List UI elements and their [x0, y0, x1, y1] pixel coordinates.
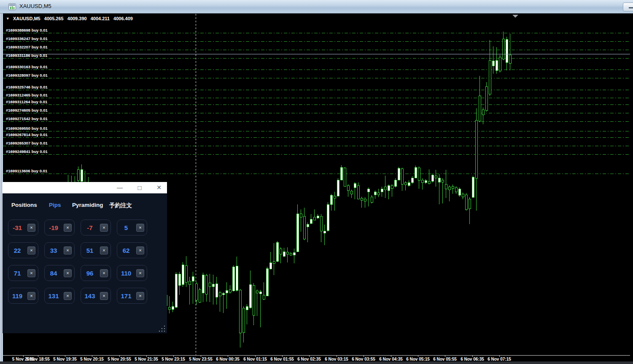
chip-close-button[interactable]: ×	[100, 269, 108, 277]
candle-body	[276, 242, 278, 261]
candle-body	[337, 180, 339, 196]
candle-body	[296, 214, 299, 252]
position-label: #1699271542 buy 0.01	[6, 116, 48, 121]
candle-body	[310, 219, 312, 223]
chip-close-button[interactable]: ×	[27, 246, 35, 254]
panel-minimize-button[interactable]: —	[113, 183, 126, 193]
pip-chip[interactable]: -19×	[44, 219, 75, 236]
tab-reserved-orders[interactable]: 予約注文	[109, 202, 132, 209]
pip-chip[interactable]: 96×	[81, 265, 111, 281]
candle-body	[445, 184, 447, 189]
time-axis-label: 5 Nov 21:35	[135, 357, 158, 361]
position-label: #1699249841 buy 0.01	[6, 149, 48, 154]
time-axis-label: 5 Nov 23:15	[162, 357, 185, 361]
candle-body	[259, 292, 261, 294]
pip-chip[interactable]: 5×	[117, 219, 147, 236]
candle-body	[415, 167, 417, 178]
candle-body	[418, 168, 420, 180]
pip-value: 22	[8, 243, 26, 259]
panel-maximize-button[interactable]: □	[133, 183, 146, 193]
pip-chip[interactable]: 62×	[117, 242, 147, 258]
chip-close-button[interactable]: ×	[136, 269, 144, 277]
chip-close-button[interactable]: ×	[136, 292, 144, 300]
chip-close-button[interactable]: ×	[64, 292, 72, 300]
candle-body	[350, 191, 353, 194]
candle-body	[313, 217, 315, 220]
candle-body	[246, 306, 248, 310]
chip-close-button[interactable]: ×	[64, 224, 72, 232]
candle-body	[502, 39, 504, 59]
window-title: XAUUSD,M5	[19, 3, 51, 9]
candle-body	[307, 224, 309, 227]
chip-close-button[interactable]: ×	[64, 246, 72, 254]
time-axis-label: 6 Nov 06:35	[461, 357, 484, 361]
tab-positions[interactable]: Positions	[11, 202, 37, 208]
pip-chip[interactable]: 71×	[8, 265, 38, 281]
candle-body	[77, 169, 79, 180]
candle-body	[404, 182, 407, 185]
chip-close-button[interactable]: ×	[100, 246, 108, 254]
candle-body	[462, 194, 464, 197]
pip-chip[interactable]: 110×	[117, 265, 147, 281]
pip-chip[interactable]: 143×	[81, 288, 111, 304]
pip-chip[interactable]: -31×	[8, 219, 38, 236]
pip-chip[interactable]: 131×	[44, 288, 75, 304]
candle-body	[286, 252, 288, 254]
position-label: #1699265307 buy 0.01	[6, 141, 48, 145]
candle-body	[384, 187, 386, 190]
position-label: #1699325746 buy 0.01	[6, 85, 48, 89]
chip-close-button[interactable]: ×	[100, 224, 108, 232]
pip-chip[interactable]: 51×	[81, 242, 111, 258]
candle-body	[300, 214, 302, 217]
chip-close-button[interactable]: ×	[136, 224, 144, 232]
panel-resize-grip[interactable]	[159, 326, 165, 332]
candle-body	[226, 290, 228, 293]
chip-close-button[interactable]: ×	[100, 292, 108, 300]
panel-close-button[interactable]: ✕	[153, 183, 165, 193]
pip-chip[interactable]: 171×	[117, 288, 147, 304]
pips-panel: — □ ✕ Positions Pips Pyramiding 予約注文 -31…	[3, 182, 167, 333]
candle-body	[229, 289, 231, 292]
candle-body	[334, 196, 336, 198]
candle-body	[192, 276, 194, 281]
candle-body	[293, 252, 295, 255]
pip-chip[interactable]: 84×	[44, 265, 75, 281]
candle-body	[242, 308, 245, 332]
pips-panel-titlebar[interactable]: — □ ✕	[3, 182, 167, 193]
time-axis-label: 5 Nov 23:55	[189, 357, 213, 361]
position-label: #1699267814 buy 0.01	[6, 132, 48, 137]
chip-close-button[interactable]: ×	[136, 246, 144, 254]
candle-body	[496, 60, 498, 70]
chip-close-button[interactable]: ×	[27, 224, 35, 232]
position-label: #1699388698 buy 0.01	[6, 28, 48, 32]
candle-body	[485, 86, 488, 110]
candle-body	[357, 185, 359, 199]
mt4-chart-window: #1699388698 buy 0.01#1699336247 buy 0.01…	[0, 0, 633, 364]
candle-body	[280, 249, 282, 254]
chip-close-button[interactable]: ×	[64, 269, 72, 277]
tab-pyramiding[interactable]: Pyramiding	[72, 202, 103, 208]
chart-shift-marker-icon	[512, 15, 518, 18]
candle-body	[408, 182, 410, 185]
pip-value: 33	[45, 243, 62, 259]
time-axis-label: 6 Nov 07:15	[488, 357, 511, 361]
candle-body	[219, 292, 221, 296]
pip-chip[interactable]: 119×	[8, 288, 38, 304]
candle-body	[361, 198, 363, 200]
candle-body	[320, 216, 322, 231]
window-titlebar[interactable]: XAUUSD,M5	[0, 0, 633, 13]
tab-pips[interactable]: Pips	[49, 202, 61, 208]
candle-body	[212, 284, 214, 286]
chip-close-button[interactable]: ×	[27, 269, 35, 277]
pip-chip[interactable]: 22×	[8, 242, 38, 258]
window-minimize-button[interactable]	[623, 3, 633, 11]
candle-body	[411, 178, 413, 182]
candle-body	[222, 293, 224, 294]
pip-chip[interactable]: 33×	[44, 242, 75, 258]
chip-close-button[interactable]: ×	[27, 292, 35, 300]
candle-body	[266, 268, 268, 296]
candle-body	[344, 168, 346, 186]
candle-body	[168, 307, 170, 309]
position-label: #1699336247 buy 0.01	[6, 36, 48, 41]
pip-chip[interactable]: -7×	[81, 219, 111, 236]
